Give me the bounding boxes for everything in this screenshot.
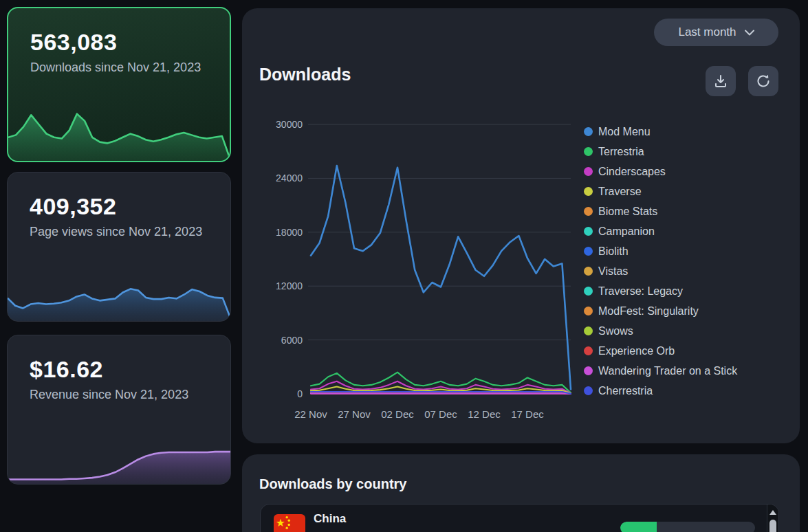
chart-legend: Mod MenuTerrestriaCinderscapesTraverseBi… bbox=[584, 122, 737, 401]
country-list: ★ China bbox=[260, 504, 779, 532]
downloads-total: 563,083 bbox=[30, 29, 230, 56]
revenue-sparkline bbox=[8, 425, 230, 484]
svg-text:24000: 24000 bbox=[276, 173, 303, 184]
legend-item-traverse-legacy[interactable]: Traverse: Legacy bbox=[584, 281, 737, 301]
legend-item-experience-orb[interactable]: Experience Orb bbox=[584, 341, 737, 361]
scroll-up-arrow-icon bbox=[769, 510, 776, 515]
chevron-down-icon bbox=[745, 30, 754, 36]
legend-item-swows[interactable]: Swows bbox=[584, 321, 737, 341]
downloads-total-label: Downloads since Nov 21, 2023 bbox=[30, 60, 210, 76]
legend-item-biolith[interactable]: Biolith bbox=[584, 241, 737, 261]
pageviews-sparkline bbox=[8, 267, 230, 321]
country-progress-track bbox=[620, 522, 755, 532]
legend-dot-icon bbox=[584, 326, 593, 335]
legend-label: Vistas bbox=[598, 265, 628, 278]
legend-item-terrestria[interactable]: Terrestria bbox=[584, 142, 737, 162]
svg-text:07 Dec: 07 Dec bbox=[424, 408, 457, 420]
stat-card-revenue: $16.62 Revenue since Nov 21, 2023 bbox=[7, 335, 231, 485]
download-icon bbox=[714, 74, 728, 88]
legend-label: ModFest: Singularity bbox=[598, 305, 699, 318]
svg-text:02 Dec: 02 Dec bbox=[381, 408, 414, 420]
legend-label: Cherrestria bbox=[598, 385, 653, 397]
svg-text:6000: 6000 bbox=[281, 335, 303, 346]
legend-item-biome-stats[interactable]: Biome Stats bbox=[584, 201, 737, 221]
legend-dot-icon bbox=[584, 346, 593, 355]
legend-label: Mod Menu bbox=[598, 126, 651, 138]
legend-dot-icon bbox=[584, 227, 593, 236]
legend-label: Experience Orb bbox=[598, 345, 675, 357]
legend-item-campanion[interactable]: Campanion bbox=[584, 221, 737, 241]
stat-card-downloads: 563,083 Downloads since Nov 21, 2023 bbox=[7, 7, 231, 162]
svg-text:0: 0 bbox=[297, 388, 303, 399]
date-range-select[interactable]: Last month bbox=[654, 19, 778, 46]
svg-text:18000: 18000 bbox=[276, 227, 303, 238]
legend-item-cherrestria[interactable]: Cherrestria bbox=[584, 381, 737, 401]
legend-dot-icon bbox=[584, 147, 593, 156]
country-row: ★ China bbox=[261, 505, 767, 532]
scrollbar-thumb[interactable] bbox=[769, 520, 776, 532]
country-panel: Downloads by country ★ China bbox=[242, 454, 800, 532]
svg-text:22 Nov: 22 Nov bbox=[294, 408, 327, 420]
legend-dot-icon bbox=[584, 386, 593, 395]
legend-dot-icon bbox=[584, 127, 593, 136]
legend-dot-icon bbox=[584, 287, 593, 296]
legend-item-cinderscapes[interactable]: Cinderscapes bbox=[584, 162, 737, 181]
legend-dot-icon bbox=[584, 247, 593, 256]
legend-dot-icon bbox=[584, 207, 593, 216]
legend-dot-icon bbox=[584, 366, 593, 375]
legend-label: Terrestria bbox=[598, 146, 644, 158]
legend-label: Biome Stats bbox=[598, 206, 657, 218]
legend-item-wandering-trader-on-a-stick[interactable]: Wandering Trader on a Stick bbox=[584, 361, 737, 381]
legend-label: Campanion bbox=[598, 225, 655, 238]
export-download-button[interactable] bbox=[706, 66, 736, 96]
country-list-scrollbar[interactable] bbox=[767, 505, 778, 532]
legend-label: Biolith bbox=[598, 245, 629, 258]
svg-text:17 Dec: 17 Dec bbox=[511, 408, 544, 420]
svg-text:★: ★ bbox=[276, 517, 285, 529]
legend-label: Cinderscapes bbox=[598, 166, 666, 178]
downloads-chart: 060001200018000240003000022 Nov27 Nov02 … bbox=[270, 118, 593, 428]
legend-label: Traverse bbox=[598, 186, 642, 198]
country-progress-fill bbox=[620, 522, 657, 532]
scroll-up-button[interactable] bbox=[767, 506, 778, 518]
legend-dot-icon bbox=[584, 167, 593, 176]
date-range-value: Last month bbox=[678, 25, 736, 39]
legend-item-mod-menu[interactable]: Mod Menu bbox=[584, 122, 737, 142]
legend-label: Swows bbox=[598, 325, 633, 337]
refresh-button[interactable] bbox=[748, 66, 778, 96]
downloads-panel: Last month Downloads 0600012000180002400… bbox=[242, 8, 800, 443]
svg-text:30000: 30000 bbox=[276, 119, 303, 130]
revenue-total-label: Revenue since Nov 21, 2023 bbox=[30, 387, 211, 403]
svg-text:12000: 12000 bbox=[276, 280, 303, 291]
legend-dot-icon bbox=[584, 187, 593, 196]
stat-card-pageviews: 409,352 Page views since Nov 21, 2023 bbox=[7, 172, 231, 322]
china-flag-icon: ★ bbox=[274, 514, 305, 532]
country-name: China bbox=[314, 512, 346, 526]
downloads-panel-title: Downloads bbox=[259, 65, 351, 85]
svg-text:27 Nov: 27 Nov bbox=[338, 408, 371, 420]
revenue-total: $16.62 bbox=[30, 356, 230, 383]
legend-dot-icon bbox=[584, 307, 593, 315]
legend-label: Wandering Trader on a Stick bbox=[598, 365, 737, 377]
legend-item-modfest-singularity[interactable]: ModFest: Singularity bbox=[584, 301, 737, 321]
svg-text:12 Dec: 12 Dec bbox=[468, 408, 501, 420]
legend-item-traverse[interactable]: Traverse bbox=[584, 181, 737, 201]
pageviews-total-label: Page views since Nov 21, 2023 bbox=[30, 224, 211, 240]
country-panel-title: Downloads by country bbox=[259, 476, 406, 492]
refresh-icon bbox=[756, 74, 771, 89]
pageviews-total: 409,352 bbox=[30, 193, 230, 220]
downloads-sparkline bbox=[8, 99, 230, 161]
legend-dot-icon bbox=[584, 267, 593, 276]
legend-item-vistas[interactable]: Vistas bbox=[584, 261, 737, 281]
legend-label: Traverse: Legacy bbox=[598, 285, 683, 298]
